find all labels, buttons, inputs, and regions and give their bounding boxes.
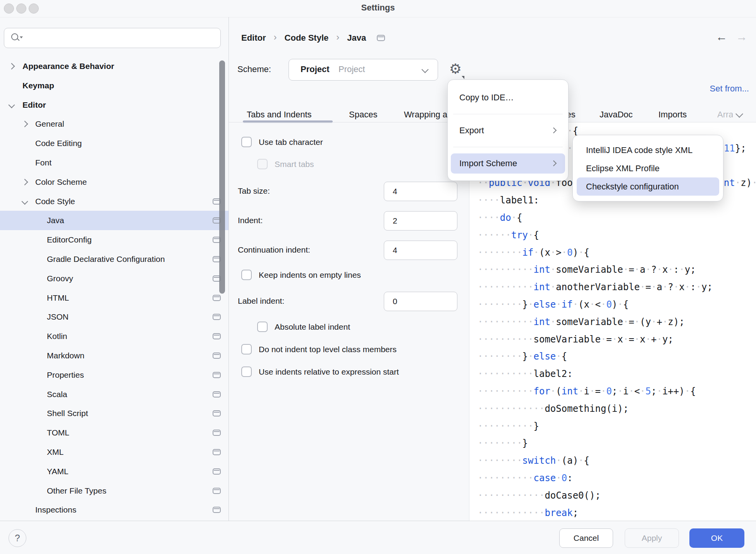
sidebar-item-label: Code Style xyxy=(35,197,75,206)
continuation-indent-input[interactable] xyxy=(384,241,457,260)
tab-spaces[interactable]: Spaces xyxy=(349,107,377,122)
submenu-item-checkstyle-configuration[interactable]: Checkstyle configuration xyxy=(577,177,719,196)
code-line: ············break; xyxy=(478,504,756,521)
sidebar-item-other-file-types[interactable]: Other File Types xyxy=(0,481,229,501)
chevron-right-icon[interactable] xyxy=(22,121,28,127)
code-line: ········}·else·{ xyxy=(478,348,756,365)
sidebar-item-properties[interactable]: Properties xyxy=(0,365,229,385)
ok-button[interactable]: OK xyxy=(689,528,744,548)
card-icon xyxy=(213,430,221,436)
sidebar-item-color-scheme[interactable]: Color Scheme xyxy=(0,172,229,192)
scheme-value: Project xyxy=(301,64,330,74)
tabs-and-indents-form: Use tab character Smart tabs Tab size: I… xyxy=(229,122,469,521)
sidebar-item-label: Appearance & Behavior xyxy=(22,62,114,71)
titlebar: Settings xyxy=(0,0,756,17)
checkbox-icon xyxy=(241,137,252,147)
scheme-actions-menu: Copy to IDE…ExportImport Scheme xyxy=(447,79,569,181)
tab-imports[interactable]: Imports xyxy=(658,107,687,122)
code-line: ··········} xyxy=(478,418,756,435)
gear-dropdown-triangle-icon xyxy=(462,76,464,79)
sidebar-item-general[interactable]: General xyxy=(0,114,229,134)
scheme-dropdown[interactable]: Project Project xyxy=(289,59,438,81)
sidebar-item-code-editing[interactable]: Code Editing xyxy=(0,134,229,153)
card-icon xyxy=(213,449,221,455)
dialog-footer: ? Cancel Apply OK xyxy=(0,521,756,554)
indents-relative-checkbox[interactable]: Use indents relative to expression start xyxy=(241,366,399,377)
menu-item-import-scheme[interactable]: Import Scheme xyxy=(451,153,565,174)
code-line: ··········case·0: xyxy=(478,470,756,487)
code-line: ········}·else·if·(x·<·0)·{ xyxy=(478,296,756,313)
card-icon xyxy=(213,353,221,359)
sidebar-item-toml[interactable]: TOML xyxy=(0,423,229,442)
sidebar-item-editorconfig[interactable]: EditorConfig xyxy=(0,230,229,249)
set-from-link[interactable]: Set from... xyxy=(710,84,749,94)
chevron-right-icon[interactable] xyxy=(9,63,15,70)
sidebar-item-label: Markdown xyxy=(47,351,84,360)
sidebar-item-groovy[interactable]: Groovy xyxy=(0,269,229,288)
sidebar-item-appearance-behavior[interactable]: Appearance & Behavior xyxy=(0,57,229,76)
forward-arrow-icon: → xyxy=(736,31,747,43)
code-line: ··········for·(int·i·=·0;·i·<·5;·i++)·{ xyxy=(478,383,756,400)
use-tab-character-checkbox[interactable]: Use tab character xyxy=(241,137,323,147)
tab-size-input[interactable] xyxy=(384,182,457,201)
code-line: ············doCase0(); xyxy=(478,487,756,504)
sidebar-item-kotlin[interactable]: Kotlin xyxy=(0,327,229,346)
sidebar-item-inspections[interactable]: Inspections xyxy=(0,500,229,520)
sidebar-item-java[interactable]: Java xyxy=(0,211,229,230)
card-icon xyxy=(213,314,221,320)
sidebar-item-keymap[interactable]: Keymap xyxy=(0,76,229,95)
sidebar-item-label: HTML xyxy=(47,293,69,303)
absolute-label-indent-checkbox[interactable]: Absolute label indent xyxy=(257,322,350,332)
label-indent-input[interactable] xyxy=(384,292,457,311)
code-line: ··········int·someVariable·=·(y·+·z); xyxy=(478,313,756,331)
sidebar-item-editor[interactable]: Editor xyxy=(0,95,229,115)
tab-javadoc[interactable]: JavaDoc xyxy=(600,107,633,122)
code-line: ······try·{ xyxy=(478,227,756,244)
menu-item-export[interactable]: Export xyxy=(451,120,565,141)
indent-input[interactable] xyxy=(384,211,457,231)
submenu-item-intellij-idea-code-style-xml[interactable]: IntelliJ IDEA code style XML xyxy=(577,141,719,159)
chevron-down-icon[interactable] xyxy=(9,102,15,108)
sidebar-item-label: Properties xyxy=(47,370,84,380)
sidebar-item-label: Inspections xyxy=(35,505,76,514)
sidebar-item-shell-script[interactable]: Shell Script xyxy=(0,404,229,423)
chevron-down-icon[interactable] xyxy=(22,198,28,205)
checkbox-label: Absolute label indent xyxy=(275,322,350,332)
sidebar-item-font[interactable]: Font xyxy=(0,153,229,172)
sidebar-item-markdown[interactable]: Markdown xyxy=(0,346,229,365)
help-button[interactable]: ? xyxy=(9,529,26,547)
do-not-indent-top-level-checkbox[interactable]: Do not indent top level class members xyxy=(241,344,397,354)
code-line: ····do·{ xyxy=(478,209,756,227)
sidebar-item-label: Shell Script xyxy=(47,409,88,418)
cancel-button[interactable]: Cancel xyxy=(559,528,613,548)
menu-separator xyxy=(453,147,563,147)
sidebar-item-json[interactable]: JSON xyxy=(0,307,229,327)
checkbox-icon xyxy=(241,366,252,377)
sidebar-item-code-style[interactable]: Code Style xyxy=(0,192,229,211)
tab-tabs-and-indents[interactable]: Tabs and Indents xyxy=(247,107,312,122)
sidebar-item-xml[interactable]: XML xyxy=(0,442,229,462)
sidebar-item-html[interactable]: HTML xyxy=(0,288,229,308)
back-arrow-icon[interactable]: ← xyxy=(716,31,727,43)
smart-tabs-checkbox: Smart tabs xyxy=(257,159,314,169)
breadcrumb-item-code-style[interactable]: Code Style xyxy=(285,33,329,43)
checkbox-icon xyxy=(257,159,268,169)
code-line: ··········someVariable·=·x·=·x·+·y; xyxy=(478,331,756,348)
submenu-item-eclipse-xml-profile[interactable]: Eclipse XML Profile xyxy=(577,159,719,177)
sidebar-item-label: Color Scheme xyxy=(35,177,87,187)
breadcrumb-item-java[interactable]: Java xyxy=(347,33,366,43)
keep-indents-checkbox[interactable]: Keep indents on empty lines xyxy=(241,270,361,280)
sidebar-item-gradle-declarative-configuration[interactable]: Gradle Declarative Configuration xyxy=(0,249,229,269)
chevron-right-icon[interactable] xyxy=(22,179,28,185)
card-icon xyxy=(213,507,221,513)
sidebar-item-scala[interactable]: Scala xyxy=(0,385,229,404)
sidebar-scrollbar[interactable] xyxy=(219,60,225,294)
tab-arrangement[interactable]: Arrangement xyxy=(717,107,733,122)
card-icon xyxy=(213,468,221,475)
sidebar-item-label: Other File Types xyxy=(47,486,107,496)
menu-item-copy-to-ide[interactable]: Copy to IDE… xyxy=(451,88,565,108)
sidebar-item-label: Keymap xyxy=(22,81,54,90)
breadcrumb-item-editor[interactable]: Editor xyxy=(241,33,266,43)
sidebar-item-yaml[interactable]: YAML xyxy=(0,462,229,481)
card-icon xyxy=(213,391,221,397)
